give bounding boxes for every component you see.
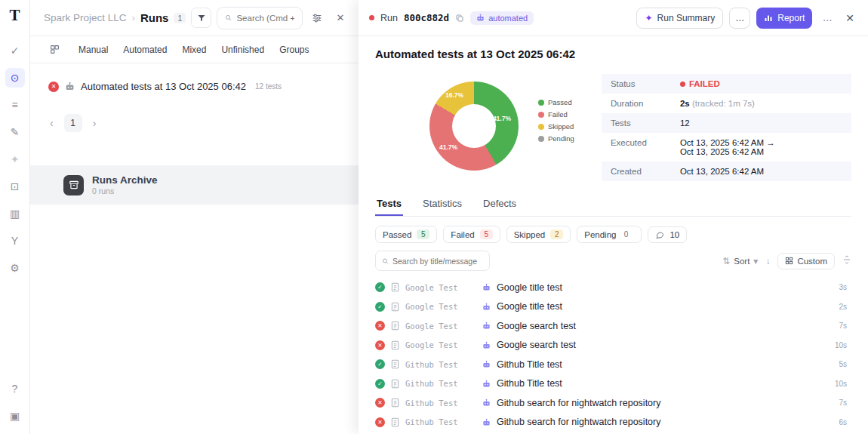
test-suite-label: Google Test [405, 302, 476, 311]
legend-failed: Failed [538, 110, 574, 119]
rail-item-docs[interactable]: ▣ [5, 406, 25, 426]
runs-search-input[interactable] [236, 14, 294, 23]
tests-search[interactable] [375, 251, 490, 271]
app-logo[interactable]: T [9, 6, 20, 25]
test-title[interactable]: Github search for nightwatch repository [497, 417, 660, 427]
chip-comments[interactable]: 10 [648, 226, 687, 243]
close-panel-icon[interactable]: ✕ [331, 9, 349, 27]
test-title[interactable]: Google search test [497, 340, 576, 350]
run-summary-label: Run Summary [657, 13, 716, 23]
tab-mixed[interactable]: Mixed [182, 45, 206, 55]
executed-value: Oct 13, 2025 6:42 AM → Oct 13, 2025 6:42… [680, 138, 775, 156]
tab-tests[interactable]: Tests [375, 192, 403, 216]
document-icon [391, 321, 399, 331]
results-donut-chart: 16.7% 41.7% 41.7% [429, 82, 519, 171]
run-detail-title: Automated tests at 13 Oct 2025 06:42 [375, 36, 851, 63]
test-row[interactable]: Google Test Google search test 7s [375, 316, 851, 336]
more-actions-button[interactable]: … [729, 8, 750, 29]
run-summary-button[interactable]: ✦ Run Summary [636, 8, 723, 29]
grid-icon [785, 257, 793, 265]
view-settings-button[interactable] [308, 9, 326, 27]
page-next-icon[interactable]: › [93, 117, 97, 129]
test-row[interactable]: Github Test Github search for nightwatch… [375, 393, 851, 413]
test-row[interactable]: Google Test Google title test 3s [375, 278, 851, 297]
breadcrumb-project[interactable]: Spark Project LLC [44, 12, 127, 23]
test-row[interactable]: Google Test Google title test 2s [375, 297, 851, 317]
rail-item-plans[interactable]: ≡ [5, 95, 25, 115]
tab-groups[interactable]: Groups [279, 45, 309, 55]
tab-manual[interactable]: Manual [78, 45, 108, 55]
run-title[interactable]: Automated tests at 13 Oct 2025 06:42 [81, 81, 246, 92]
runs-archive-row[interactable]: Runs Archive 0 runs [30, 165, 359, 205]
rail-item-settings[interactable]: ⚙ [5, 258, 25, 278]
chart-legend: Passed Failed Skipped Pending [538, 98, 574, 181]
rail-item-help[interactable]: ? [5, 379, 25, 399]
robot-icon [482, 322, 491, 330]
test-row[interactable]: Github Test Github search for nightwatch… [375, 413, 851, 432]
test-title[interactable]: Github Title test [497, 378, 562, 389]
test-row[interactable]: Google Test Google search test 10s [375, 336, 851, 356]
chip-pending-label: Pending [584, 230, 616, 239]
legend-label-pending: Pending [548, 134, 574, 143]
test-status-icon [375, 379, 385, 389]
report-button[interactable]: Report [756, 8, 812, 29]
report-label: Report [777, 13, 805, 23]
test-title[interactable]: Google title test [497, 282, 562, 293]
copy-icon[interactable] [455, 14, 464, 23]
test-title[interactable]: Github search for nightwatch repository [497, 398, 660, 408]
info-label: Duration [611, 99, 680, 108]
test-row[interactable]: Github Test Github Title test 5s [375, 355, 851, 374]
page-prev-icon[interactable]: ‹ [50, 117, 54, 129]
info-row-status: Status FAILED [602, 74, 851, 94]
tab-unfinished[interactable]: Unfinished [221, 45, 264, 55]
rail-item-checks[interactable]: ✓ [5, 41, 25, 60]
test-duration: 6s [839, 418, 851, 426]
breadcrumb-page[interactable]: Runs [140, 11, 169, 24]
custom-view-button[interactable]: Custom [777, 253, 835, 269]
tests-search-input[interactable] [392, 257, 483, 266]
run-failed-icon: ✕ [48, 82, 59, 92]
sort-button[interactable]: ⇅ Sort ▾ [722, 256, 758, 266]
runs-filter-tabs: Manual Automated Mixed Unfinished Groups [30, 36, 359, 63]
test-title[interactable]: Google search test [497, 321, 576, 331]
rail-item-design[interactable]: ✎ [5, 122, 25, 142]
legend-skipped: Skipped [538, 122, 574, 131]
chip-skipped[interactable]: Skipped 2 [506, 226, 571, 243]
rail-item-branches[interactable]: Y [5, 231, 25, 251]
automated-badge[interactable]: automated [470, 11, 534, 25]
document-icon [391, 379, 399, 389]
test-suite-label: Google Test [405, 322, 476, 331]
tab-defects[interactable]: Defects [482, 192, 518, 216]
tab-automated[interactable]: Automated [123, 45, 167, 55]
chip-pending[interactable]: Pending 0 [577, 226, 642, 243]
runs-search[interactable] [217, 7, 303, 29]
close-detail-icon[interactable]: ✕ [842, 11, 857, 26]
legend-pending: Pending [538, 134, 574, 143]
test-duration: 5s [839, 360, 851, 368]
rail-item-pointer[interactable]: ✦ [5, 149, 25, 169]
header-ellipsis-icon[interactable]: … [818, 9, 836, 27]
test-status-icon [375, 359, 385, 369]
rail-item-runs[interactable]: ⊙ [5, 68, 25, 88]
test-row[interactable]: Github Test Github Title test 10s [375, 374, 851, 394]
test-duration: 10s [835, 341, 851, 349]
custom-label: Custom [797, 257, 827, 266]
page-number[interactable]: 1 [64, 114, 82, 132]
pagination: ‹ 1 › [30, 100, 359, 146]
donut-ring [429, 82, 519, 171]
test-suite-label: Github Test [405, 399, 476, 408]
chip-failed[interactable]: Failed 5 [443, 226, 500, 243]
filter-button[interactable] [191, 8, 211, 28]
runs-panel: Spark Project LLC › Runs 1 ✕ Manual Auto… [30, 0, 359, 434]
tab-statistics[interactable]: Statistics [421, 192, 463, 216]
chip-passed[interactable]: Passed 5 [375, 226, 437, 243]
sort-direction-icon[interactable]: ↓ [765, 256, 770, 266]
expand-rows-icon[interactable] [842, 255, 851, 266]
run-type-icon[interactable] [45, 41, 63, 59]
run-list-item[interactable]: ✕ Automated tests at 13 Oct 2025 06:42 1… [30, 72, 359, 100]
test-title[interactable]: Google title test [497, 301, 562, 312]
test-title[interactable]: Github Title test [497, 359, 562, 370]
test-suite-label: Github Test [405, 417, 476, 426]
rail-item-export[interactable]: ⊡ [5, 177, 25, 196]
rail-item-analytics[interactable]: ▥ [5, 204, 25, 223]
